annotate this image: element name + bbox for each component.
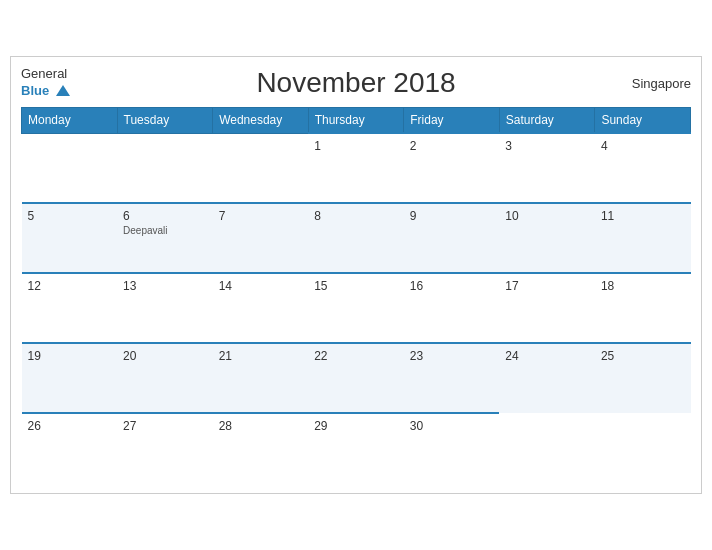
calendar-cell — [499, 413, 595, 483]
calendar-cell: 4 — [595, 133, 691, 203]
calendar-cell: 24 — [499, 343, 595, 413]
week-row-1: 1234 — [22, 133, 691, 203]
day-number: 8 — [314, 209, 398, 223]
day-number: 30 — [410, 419, 494, 433]
day-number: 11 — [601, 209, 685, 223]
header-wednesday: Wednesday — [213, 108, 309, 134]
event-label: Deepavali — [123, 225, 207, 236]
header-tuesday: Tuesday — [117, 108, 213, 134]
calendar-cell: 21 — [213, 343, 309, 413]
day-number: 6 — [123, 209, 207, 223]
day-number: 1 — [314, 139, 398, 153]
calendar-cell: 10 — [499, 203, 595, 273]
logo-blue-label: Blue — [21, 83, 49, 98]
header-sunday: Sunday — [595, 108, 691, 134]
calendar-cell: 6Deepavali — [117, 203, 213, 273]
day-number: 9 — [410, 209, 494, 223]
day-number: 20 — [123, 349, 207, 363]
calendar-cell: 16 — [404, 273, 500, 343]
day-number: 25 — [601, 349, 685, 363]
day-number: 17 — [505, 279, 589, 293]
calendar-cell: 17 — [499, 273, 595, 343]
day-number: 5 — [28, 209, 112, 223]
day-number: 26 — [28, 419, 112, 433]
day-number: 14 — [219, 279, 303, 293]
week-row-3: 12131415161718 — [22, 273, 691, 343]
logo: General Blue — [21, 67, 70, 99]
calendar-cell: 1 — [308, 133, 404, 203]
day-number: 16 — [410, 279, 494, 293]
calendar-cell: 27 — [117, 413, 213, 483]
day-number: 23 — [410, 349, 494, 363]
calendar-title: November 2018 — [256, 67, 455, 99]
calendar-cell: 3 — [499, 133, 595, 203]
calendar-cell: 20 — [117, 343, 213, 413]
calendar-cell — [595, 413, 691, 483]
calendar-cell — [117, 133, 213, 203]
day-number: 27 — [123, 419, 207, 433]
header-thursday: Thursday — [308, 108, 404, 134]
calendar-cell: 5 — [22, 203, 118, 273]
calendar-cell: 22 — [308, 343, 404, 413]
calendar-cell — [213, 133, 309, 203]
calendar-cell: 23 — [404, 343, 500, 413]
calendar-cell: 14 — [213, 273, 309, 343]
day-number: 12 — [28, 279, 112, 293]
calendar-cell: 12 — [22, 273, 118, 343]
calendar-cell: 13 — [117, 273, 213, 343]
calendar-cell: 7 — [213, 203, 309, 273]
calendar-cell: 11 — [595, 203, 691, 273]
calendar-cell: 25 — [595, 343, 691, 413]
day-number: 7 — [219, 209, 303, 223]
day-number: 21 — [219, 349, 303, 363]
week-row-4: 19202122232425 — [22, 343, 691, 413]
header-monday: Monday — [22, 108, 118, 134]
week-row-5: 2627282930 — [22, 413, 691, 483]
day-number: 29 — [314, 419, 398, 433]
calendar-cell: 15 — [308, 273, 404, 343]
calendar-cell: 2 — [404, 133, 500, 203]
calendar-header: General Blue November 2018 Singapore — [21, 67, 691, 99]
calendar-cell: 28 — [213, 413, 309, 483]
location-label: Singapore — [632, 76, 691, 91]
calendar-container: General Blue November 2018 Singapore Mon… — [10, 56, 702, 494]
day-number: 10 — [505, 209, 589, 223]
day-number: 28 — [219, 419, 303, 433]
day-number: 18 — [601, 279, 685, 293]
week-row-2: 56Deepavali7891011 — [22, 203, 691, 273]
day-number: 3 — [505, 139, 589, 153]
day-number: 15 — [314, 279, 398, 293]
calendar-cell: 30 — [404, 413, 500, 483]
logo-triangle-icon — [56, 85, 70, 96]
logo-blue-text: Blue — [21, 81, 70, 99]
day-number: 2 — [410, 139, 494, 153]
calendar-cell: 26 — [22, 413, 118, 483]
calendar-cell: 9 — [404, 203, 500, 273]
days-header-row: Monday Tuesday Wednesday Thursday Friday… — [22, 108, 691, 134]
calendar-cell: 8 — [308, 203, 404, 273]
day-number: 22 — [314, 349, 398, 363]
header-friday: Friday — [404, 108, 500, 134]
calendar-cell: 18 — [595, 273, 691, 343]
calendar-cell: 29 — [308, 413, 404, 483]
logo-general-text: General — [21, 67, 70, 81]
day-number: 4 — [601, 139, 685, 153]
day-number: 13 — [123, 279, 207, 293]
header-saturday: Saturday — [499, 108, 595, 134]
calendar-cell: 19 — [22, 343, 118, 413]
day-number: 19 — [28, 349, 112, 363]
calendar-cell — [22, 133, 118, 203]
calendar-grid: Monday Tuesday Wednesday Thursday Friday… — [21, 107, 691, 483]
day-number: 24 — [505, 349, 589, 363]
